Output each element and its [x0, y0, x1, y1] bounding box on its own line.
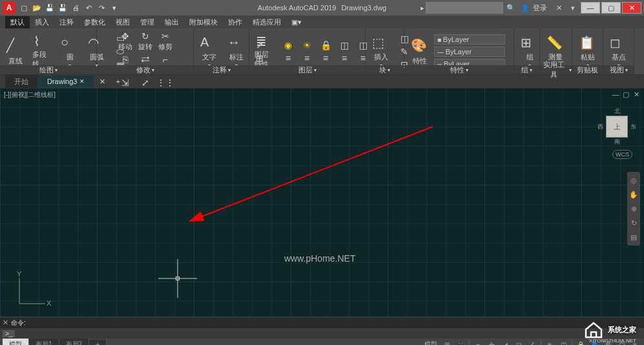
- layer-off-button[interactable]: ◉: [279, 39, 297, 52]
- pan-icon[interactable]: ✋: [628, 189, 639, 200]
- redo-icon[interactable]: ↷: [96, 2, 107, 14]
- polar-toggle-icon[interactable]: ✛: [485, 339, 498, 345]
- viewport-close-icon[interactable]: ✕: [632, 90, 640, 98]
- line-button[interactable]: ╱直线: [3, 34, 28, 70]
- lineweight-combo[interactable]: — ByLayer: [434, 47, 505, 57]
- tab-annotate[interactable]: 注释: [54, 16, 79, 28]
- panel-modify-label[interactable]: 修改▾: [97, 65, 193, 74]
- tab-view[interactable]: 视图: [110, 16, 135, 28]
- circle-button[interactable]: ○圆▾: [57, 34, 83, 70]
- clean-screen-icon[interactable]: ▢: [615, 339, 628, 345]
- transparency-toggle-icon[interactable]: ◫: [557, 339, 570, 345]
- viewcube-north[interactable]: 北: [614, 107, 620, 116]
- tab-collaborate[interactable]: 协作: [223, 16, 247, 28]
- base-button[interactable]: ◻基点▾: [606, 34, 632, 70]
- undo-icon[interactable]: ↶: [83, 2, 94, 14]
- workspace-icon[interactable]: ⚙: [601, 339, 614, 345]
- search-input[interactable]: [426, 2, 503, 14]
- save-icon[interactable]: 💾: [44, 2, 56, 14]
- tab-addins[interactable]: 附加模块: [184, 16, 223, 28]
- panel-utilities-label[interactable]: 实用工具▾: [540, 65, 572, 74]
- open-icon[interactable]: 📂: [31, 2, 43, 14]
- viewport-minimize-icon[interactable]: —: [612, 90, 619, 98]
- color-combo[interactable]: ■ ByLayer: [434, 34, 505, 45]
- saveas-icon[interactable]: 💾: [57, 2, 68, 14]
- orbit-icon[interactable]: ↻: [628, 217, 639, 229]
- layer-more1-button[interactable]: ◫: [335, 39, 353, 52]
- panel-view-label[interactable]: 视图▾: [603, 65, 634, 74]
- layout-tab-layout2[interactable]: 布局2: [59, 339, 90, 345]
- ortho-toggle-icon[interactable]: ⌐: [472, 339, 484, 345]
- help-dropdown-icon[interactable]: ▾: [566, 2, 579, 14]
- user-icon[interactable]: 👤: [519, 2, 532, 14]
- snap-toggle-icon[interactable]: ∷: [454, 339, 467, 345]
- panel-draw-label[interactable]: 绘图▾: [0, 65, 96, 74]
- group-button[interactable]: ⊞组▾: [517, 34, 543, 70]
- plot-icon[interactable]: 🖨: [70, 2, 81, 14]
- maximize-button[interactable]: ▢: [601, 2, 621, 14]
- properties-button[interactable]: 🎨特性: [407, 34, 433, 70]
- new-icon[interactable]: ▢: [18, 2, 30, 14]
- text-button[interactable]: A文字▾: [196, 34, 222, 70]
- grid-toggle-icon[interactable]: ⊞: [441, 339, 453, 345]
- layout-tab-add[interactable]: +: [89, 340, 107, 346]
- osnap-toggle-icon[interactable]: ◻: [512, 339, 525, 345]
- viewcube-top[interactable]: 上 北 南 东 西: [606, 116, 628, 138]
- rotate-button[interactable]: ↻旋转: [136, 30, 155, 53]
- search-icon[interactable]: 🔍: [504, 2, 517, 14]
- minimize-button[interactable]: —: [581, 2, 600, 14]
- status-model[interactable]: 模型: [422, 339, 440, 345]
- tab-insert[interactable]: 插入: [30, 16, 54, 28]
- viewport-label[interactable]: [-][俯视][二维线框]: [4, 90, 56, 99]
- showmotion-icon[interactable]: ▤: [628, 231, 639, 243]
- polyline-button[interactable]: ⌇多段线: [30, 34, 56, 70]
- layer-freeze-button[interactable]: ☀: [298, 39, 316, 52]
- viewcube[interactable]: 上 北 南 东 西: [597, 107, 636, 146]
- tab-start[interactable]: 开始: [5, 75, 37, 89]
- cmd-close-icon[interactable]: ✕: [3, 319, 8, 327]
- layer-iso-button[interactable]: ≡: [279, 52, 297, 65]
- panel-properties-label[interactable]: 特性▾: [404, 65, 514, 74]
- qat-dropdown-icon[interactable]: ▾: [109, 2, 120, 14]
- command-input-row[interactable]: >_: [0, 328, 644, 339]
- panel-annotate-label[interactable]: 注释▾: [194, 65, 249, 74]
- drawing-canvas[interactable]: [-][俯视][二维线框] — ▢ ✕ 上 北 南 东 西 WCS ◎ ✋ ⊕ …: [0, 88, 644, 317]
- tab-manage[interactable]: 管理: [135, 16, 160, 28]
- tab-output[interactable]: 输出: [160, 16, 184, 28]
- viewcube-south[interactable]: 南: [614, 138, 620, 146]
- move-button[interactable]: ✥移动: [116, 30, 135, 53]
- isodraft-toggle-icon[interactable]: ◢: [499, 339, 512, 345]
- insert-block-button[interactable]: ⬚插入▾: [368, 34, 394, 70]
- app-logo[interactable]: A: [3, 1, 16, 14]
- tab-close-icon[interactable]: ✕: [79, 78, 85, 85]
- annotation-scale-icon[interactable]: 🔒: [574, 339, 587, 345]
- close-button[interactable]: ✕: [622, 2, 641, 14]
- nav-wheel-icon[interactable]: ◎: [628, 174, 639, 186]
- annotation-vis-icon[interactable]: 👤: [588, 339, 601, 345]
- panel-layers-label[interactable]: 图层▾: [249, 65, 365, 74]
- viewport-maximize-icon[interactable]: ▢: [622, 90, 630, 98]
- viewcube-west[interactable]: 西: [597, 123, 603, 131]
- tab-parametric[interactable]: 参数化: [79, 16, 110, 28]
- layout-tab-layout1[interactable]: 布局1: [29, 339, 59, 345]
- otrack-toggle-icon[interactable]: ∠: [526, 339, 539, 345]
- wcs-label[interactable]: WCS: [612, 150, 632, 159]
- customize-icon[interactable]: ≡: [628, 339, 641, 345]
- trim-button[interactable]: ✂修剪: [156, 30, 175, 53]
- paste-button[interactable]: 📋粘贴▾: [575, 34, 601, 70]
- tab-default[interactable]: 默认: [5, 16, 30, 28]
- layer-walk-button[interactable]: ≡: [335, 52, 353, 65]
- command-line[interactable]: ✕ 命令:: [0, 317, 644, 328]
- layer-prev-button[interactable]: ≡: [317, 52, 335, 65]
- zoom-extents-icon[interactable]: ⊕: [628, 203, 639, 214]
- layer-properties-button[interactable]: ≣图层特性: [252, 34, 278, 70]
- login-label[interactable]: 登录: [533, 3, 547, 13]
- dimension-button[interactable]: ↔标注▾: [223, 34, 249, 70]
- panel-block-label[interactable]: 块▾: [366, 65, 404, 74]
- exchange-icon[interactable]: ✕: [552, 2, 565, 14]
- viewcube-east[interactable]: 东: [630, 123, 636, 131]
- tab-drawing3[interactable]: Drawing3✕: [38, 76, 94, 87]
- lineweight-toggle-icon[interactable]: ≡: [543, 339, 556, 345]
- layer-lock-button[interactable]: 🔒: [317, 39, 335, 52]
- layer-match-button[interactable]: ≡: [298, 52, 316, 65]
